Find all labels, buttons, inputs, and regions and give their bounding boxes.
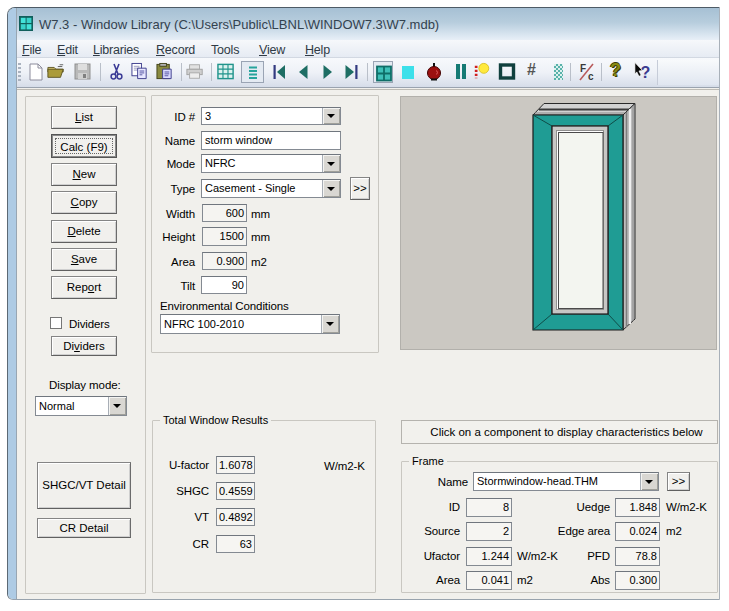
svg-text:c: c — [588, 71, 594, 81]
svg-text:?: ? — [641, 63, 651, 81]
